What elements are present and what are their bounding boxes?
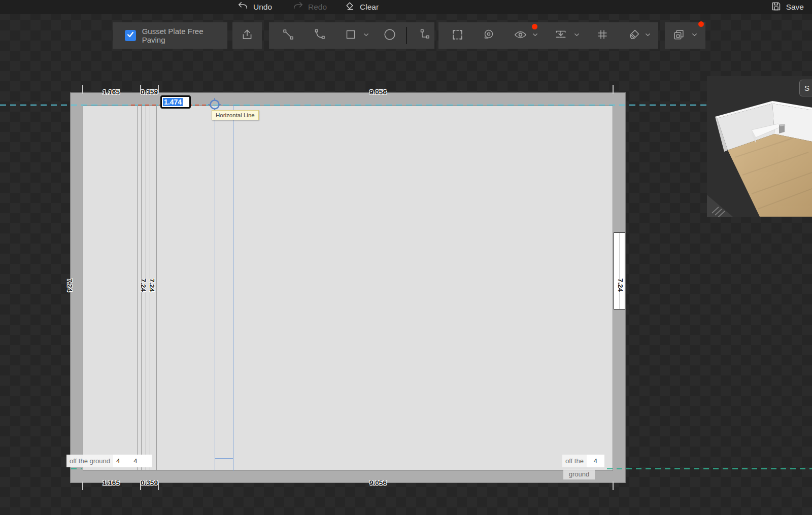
dim-bottom-1: 1.165	[103, 479, 120, 487]
save-label: Save	[786, 3, 804, 12]
circle-tool-icon	[383, 28, 396, 43]
off-ground-right-label: off the	[562, 455, 587, 467]
redo-button[interactable]: Redo	[292, 0, 327, 14]
paint-brush-button[interactable]	[624, 22, 644, 49]
chevron-down-icon	[573, 31, 580, 40]
draft-wall-line-right[interactable]	[233, 105, 233, 471]
chevron-down-icon	[363, 31, 369, 40]
chevron-down-icon	[532, 31, 538, 40]
rect-tool-button[interactable]	[342, 22, 359, 49]
dimension-tick	[613, 482, 614, 490]
paving-checkbox-label: Gusset Plate Free Paving	[142, 27, 227, 44]
rect-tool-dropdown[interactable]	[359, 22, 373, 49]
dimension-tick	[158, 482, 159, 490]
undo-label: Undo	[253, 3, 272, 12]
off-ground-right-value[interactable]: 4	[594, 457, 597, 465]
dim-right-wall: 7.24	[617, 279, 624, 292]
arc-tool-button[interactable]	[310, 22, 330, 49]
off-ground-value-2[interactable]: 4	[133, 457, 137, 465]
off-ground-left-values: 4 4	[113, 455, 152, 467]
off-ground-value-1[interactable]: 4	[116, 457, 120, 465]
eye-icon	[514, 28, 527, 44]
paving-checkbox[interactable]	[125, 30, 136, 41]
grid-toggle-button[interactable]	[593, 22, 612, 49]
bottom-guideline	[71, 468, 82, 469]
undo-button[interactable]: Undo	[238, 0, 272, 14]
save-icon	[771, 1, 782, 14]
chevron-down-icon	[691, 31, 698, 40]
dim-left-wall: 7.24	[66, 279, 74, 292]
dim-bottom-2: 0.359	[141, 479, 158, 487]
marquee-select-icon	[451, 28, 464, 43]
dimension-tick	[82, 85, 83, 94]
tool-divider	[404, 22, 409, 49]
dim-top-1: 1.165	[103, 88, 120, 96]
room-floor[interactable]	[83, 106, 613, 471]
save-button[interactable]: Save	[771, 0, 804, 14]
polyline-tool-button[interactable]	[414, 22, 434, 49]
paint-brush-dropdown[interactable]	[641, 22, 654, 49]
preview-3d-panel[interactable]	[707, 76, 812, 217]
dim-top-2: 0.359	[141, 88, 158, 96]
line-tool-icon	[282, 28, 294, 43]
panel-side-button[interactable]: S	[799, 80, 812, 96]
eraser-icon	[344, 1, 355, 14]
tooltip: Horizontal Line	[212, 110, 259, 120]
paint-brush-icon	[628, 28, 640, 43]
chevron-down-icon	[645, 31, 651, 40]
notification-dot	[532, 24, 537, 29]
clear-button[interactable]: Clear	[344, 0, 379, 14]
copy-layout-icon	[672, 28, 685, 43]
length-input[interactable]: 1.474	[160, 95, 191, 109]
rect-tool-icon	[345, 28, 357, 43]
redo-label: Redo	[308, 3, 327, 12]
tape-measure-button[interactable]	[479, 22, 498, 49]
partition-line[interactable]	[156, 106, 157, 471]
copy-layout-button[interactable]	[669, 22, 688, 49]
drop-level-dropdown[interactable]	[570, 22, 583, 49]
circle-tool-button[interactable]	[380, 22, 400, 49]
dim-top-3: 9.056	[369, 88, 387, 96]
room-3d-render	[707, 76, 812, 217]
undo-icon	[238, 1, 249, 14]
paving-toggle-group: Gusset Plate Free Paving	[113, 22, 227, 49]
dimension-tick	[82, 482, 83, 490]
drop-level-button[interactable]	[551, 22, 570, 49]
off-ground-right: off the 4	[562, 455, 604, 467]
line-tool-button[interactable]	[278, 22, 298, 49]
check-icon	[126, 30, 134, 41]
draft-wall-line-bottom[interactable]	[215, 458, 233, 459]
top-bar: Undo Redo Clear Save	[0, 0, 812, 14]
tape-measure-icon	[483, 28, 495, 43]
upload-icon	[241, 28, 254, 43]
redo-icon	[292, 1, 303, 14]
grid-icon	[596, 28, 608, 43]
horizontal-guideline	[0, 105, 706, 106]
dim-partition-b: 7.24	[148, 279, 156, 292]
bottom-guideline	[607, 468, 812, 469]
off-ground-left-label: off the ground	[66, 455, 113, 467]
off-ground-right-values: 4	[587, 455, 604, 467]
dim-partition-a: 7.24	[140, 279, 147, 292]
visibility-button[interactable]	[511, 22, 530, 49]
marquee-select-button[interactable]	[448, 22, 467, 49]
partition-line[interactable]	[137, 106, 138, 471]
upload-button[interactable]	[232, 22, 262, 49]
arc-tool-icon	[314, 28, 326, 43]
dimension-tick	[158, 85, 159, 94]
drop-level-icon	[554, 28, 567, 43]
copy-layout-dropdown[interactable]	[688, 22, 700, 49]
off-ground-left: off the ground 4 4	[66, 455, 152, 467]
clear-label: Clear	[360, 3, 379, 12]
polyline-tool-icon	[418, 28, 430, 43]
dimension-tick	[613, 85, 614, 94]
off-ground-right-label-2: ground	[563, 469, 595, 479]
length-input-value: 1.474	[163, 98, 183, 106]
dim-bottom-3: 9.056	[369, 479, 387, 487]
draft-wall-line-left[interactable]	[215, 105, 215, 471]
notification-dot	[698, 21, 704, 27]
panel-resize-handle[interactable]	[707, 195, 733, 217]
window-symbol[interactable]	[614, 232, 625, 310]
